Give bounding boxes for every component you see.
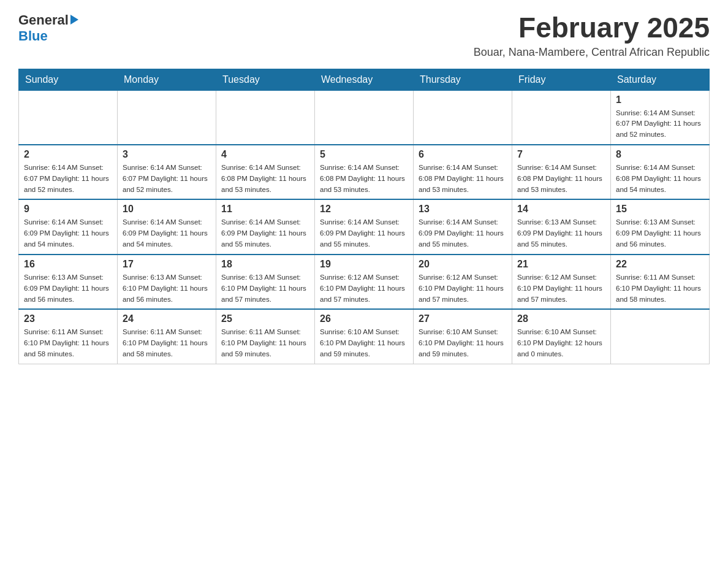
day-number: 5	[320, 149, 408, 160]
day-number: 23	[24, 313, 112, 324]
calendar-cell: 3Sunrise: 6:14 AM Sunset: 6:07 PM Daylig…	[118, 145, 216, 199]
day-number: 1	[616, 94, 704, 105]
weekday-header-monday: Monday	[118, 69, 216, 90]
calendar-cell	[315, 90, 414, 145]
calendar-week-5: 23Sunrise: 6:11 AM Sunset: 6:10 PM Dayli…	[19, 309, 710, 364]
calendar-cell: 9Sunrise: 6:14 AM Sunset: 6:09 PM Daylig…	[19, 199, 118, 254]
day-number: 24	[123, 313, 211, 324]
day-info: Sunrise: 6:14 AM Sunset: 6:09 PM Dayligh…	[24, 217, 112, 250]
day-info: Sunrise: 6:14 AM Sunset: 6:07 PM Dayligh…	[123, 163, 211, 195]
page-title: February 2025	[474, 12, 710, 44]
day-info: Sunrise: 6:11 AM Sunset: 6:10 PM Dayligh…	[24, 327, 112, 359]
day-number: 12	[320, 204, 408, 215]
logo-blue-text: Blue	[18, 28, 48, 44]
day-info: Sunrise: 6:14 AM Sunset: 6:09 PM Dayligh…	[320, 217, 408, 250]
calendar-cell	[414, 90, 512, 145]
day-number: 18	[221, 259, 309, 270]
day-number: 4	[221, 149, 309, 160]
calendar-cell	[611, 309, 710, 364]
weekday-header-wednesday: Wednesday	[315, 69, 414, 90]
day-info: Sunrise: 6:13 AM Sunset: 6:10 PM Dayligh…	[123, 272, 211, 305]
day-number: 16	[24, 259, 112, 270]
calendar-cell: 5Sunrise: 6:14 AM Sunset: 6:08 PM Daylig…	[315, 145, 414, 199]
calendar-cell: 25Sunrise: 6:11 AM Sunset: 6:10 PM Dayli…	[216, 309, 315, 364]
calendar-cell	[118, 90, 216, 145]
day-info: Sunrise: 6:10 AM Sunset: 6:10 PM Dayligh…	[320, 327, 408, 359]
calendar-cell: 13Sunrise: 6:14 AM Sunset: 6:09 PM Dayli…	[414, 199, 512, 254]
day-info: Sunrise: 6:11 AM Sunset: 6:10 PM Dayligh…	[616, 272, 704, 305]
calendar-cell: 20Sunrise: 6:12 AM Sunset: 6:10 PM Dayli…	[414, 255, 512, 309]
calendar-cell: 21Sunrise: 6:12 AM Sunset: 6:10 PM Dayli…	[512, 255, 611, 309]
calendar-cell: 27Sunrise: 6:10 AM Sunset: 6:10 PM Dayli…	[414, 309, 512, 364]
calendar-cell: 19Sunrise: 6:12 AM Sunset: 6:10 PM Dayli…	[315, 255, 414, 309]
calendar-cell: 10Sunrise: 6:14 AM Sunset: 6:09 PM Dayli…	[118, 199, 216, 254]
day-number: 6	[419, 149, 507, 160]
calendar-cell: 18Sunrise: 6:13 AM Sunset: 6:10 PM Dayli…	[216, 255, 315, 309]
logo-general-text: General	[18, 12, 69, 28]
day-number: 25	[221, 313, 309, 324]
day-number: 20	[419, 259, 507, 270]
day-number: 28	[517, 313, 605, 324]
day-number: 22	[616, 259, 704, 270]
calendar-cell: 11Sunrise: 6:14 AM Sunset: 6:09 PM Dayli…	[216, 199, 315, 254]
day-info: Sunrise: 6:14 AM Sunset: 6:08 PM Dayligh…	[320, 163, 408, 195]
calendar-cell: 1Sunrise: 6:14 AM Sunset: 6:07 PM Daylig…	[611, 90, 710, 145]
day-number: 19	[320, 259, 408, 270]
weekday-header-tuesday: Tuesday	[216, 69, 315, 90]
page-header: General Blue February 2025 Bouar, Nana-M…	[18, 12, 710, 59]
calendar-cell: 15Sunrise: 6:13 AM Sunset: 6:09 PM Dayli…	[611, 199, 710, 254]
calendar-cell: 22Sunrise: 6:11 AM Sunset: 6:10 PM Dayli…	[611, 255, 710, 309]
day-info: Sunrise: 6:14 AM Sunset: 6:09 PM Dayligh…	[123, 217, 211, 250]
weekday-header-thursday: Thursday	[414, 69, 512, 90]
calendar-cell: 4Sunrise: 6:14 AM Sunset: 6:08 PM Daylig…	[216, 145, 315, 199]
day-number: 10	[123, 204, 211, 215]
day-info: Sunrise: 6:12 AM Sunset: 6:10 PM Dayligh…	[419, 272, 507, 305]
day-info: Sunrise: 6:12 AM Sunset: 6:10 PM Dayligh…	[320, 272, 408, 305]
day-info: Sunrise: 6:10 AM Sunset: 6:10 PM Dayligh…	[517, 327, 605, 359]
title-area: February 2025 Bouar, Nana-Mambere, Centr…	[474, 12, 710, 59]
day-info: Sunrise: 6:13 AM Sunset: 6:10 PM Dayligh…	[221, 272, 309, 305]
calendar-cell: 23Sunrise: 6:11 AM Sunset: 6:10 PM Dayli…	[19, 309, 118, 364]
calendar-cell: 2Sunrise: 6:14 AM Sunset: 6:07 PM Daylig…	[19, 145, 118, 199]
day-number: 8	[616, 149, 704, 160]
day-number: 14	[517, 204, 605, 215]
day-info: Sunrise: 6:13 AM Sunset: 6:09 PM Dayligh…	[616, 217, 704, 250]
day-info: Sunrise: 6:14 AM Sunset: 6:08 PM Dayligh…	[221, 163, 309, 195]
day-info: Sunrise: 6:13 AM Sunset: 6:09 PM Dayligh…	[517, 217, 605, 250]
calendar-cell: 7Sunrise: 6:14 AM Sunset: 6:08 PM Daylig…	[512, 145, 611, 199]
weekday-header-sunday: Sunday	[19, 69, 118, 90]
calendar-cell: 24Sunrise: 6:11 AM Sunset: 6:10 PM Dayli…	[118, 309, 216, 364]
calendar-cell: 17Sunrise: 6:13 AM Sunset: 6:10 PM Dayli…	[118, 255, 216, 309]
day-number: 2	[24, 149, 112, 160]
day-info: Sunrise: 6:14 AM Sunset: 6:08 PM Dayligh…	[419, 163, 507, 195]
day-number: 7	[517, 149, 605, 160]
calendar-cell	[19, 90, 118, 145]
day-info: Sunrise: 6:14 AM Sunset: 6:07 PM Dayligh…	[616, 108, 704, 140]
day-info: Sunrise: 6:11 AM Sunset: 6:10 PM Dayligh…	[221, 327, 309, 359]
page-subtitle: Bouar, Nana-Mambere, Central African Rep…	[474, 46, 710, 59]
day-info: Sunrise: 6:14 AM Sunset: 6:08 PM Dayligh…	[616, 163, 704, 195]
day-info: Sunrise: 6:11 AM Sunset: 6:10 PM Dayligh…	[123, 327, 211, 359]
calendar-cell: 14Sunrise: 6:13 AM Sunset: 6:09 PM Dayli…	[512, 199, 611, 254]
calendar-cell: 16Sunrise: 6:13 AM Sunset: 6:09 PM Dayli…	[19, 255, 118, 309]
calendar-cell: 6Sunrise: 6:14 AM Sunset: 6:08 PM Daylig…	[414, 145, 512, 199]
day-info: Sunrise: 6:14 AM Sunset: 6:09 PM Dayligh…	[221, 217, 309, 250]
day-info: Sunrise: 6:12 AM Sunset: 6:10 PM Dayligh…	[517, 272, 605, 305]
weekday-header-row: SundayMondayTuesdayWednesdayThursdayFrid…	[19, 69, 710, 90]
weekday-header-saturday: Saturday	[611, 69, 710, 90]
day-number: 15	[616, 204, 704, 215]
day-info: Sunrise: 6:10 AM Sunset: 6:10 PM Dayligh…	[419, 327, 507, 359]
calendar-cell: 26Sunrise: 6:10 AM Sunset: 6:10 PM Dayli…	[315, 309, 414, 364]
weekday-header-friday: Friday	[512, 69, 611, 90]
day-number: 26	[320, 313, 408, 324]
calendar-cell	[216, 90, 315, 145]
day-number: 27	[419, 313, 507, 324]
day-info: Sunrise: 6:14 AM Sunset: 6:09 PM Dayligh…	[419, 217, 507, 250]
day-info: Sunrise: 6:14 AM Sunset: 6:08 PM Dayligh…	[517, 163, 605, 195]
calendar-week-4: 16Sunrise: 6:13 AM Sunset: 6:09 PM Dayli…	[19, 255, 710, 309]
day-info: Sunrise: 6:13 AM Sunset: 6:09 PM Dayligh…	[24, 272, 112, 305]
day-number: 9	[24, 204, 112, 215]
day-info: Sunrise: 6:14 AM Sunset: 6:07 PM Dayligh…	[24, 163, 112, 195]
day-number: 11	[221, 204, 309, 215]
calendar-cell: 8Sunrise: 6:14 AM Sunset: 6:08 PM Daylig…	[611, 145, 710, 199]
